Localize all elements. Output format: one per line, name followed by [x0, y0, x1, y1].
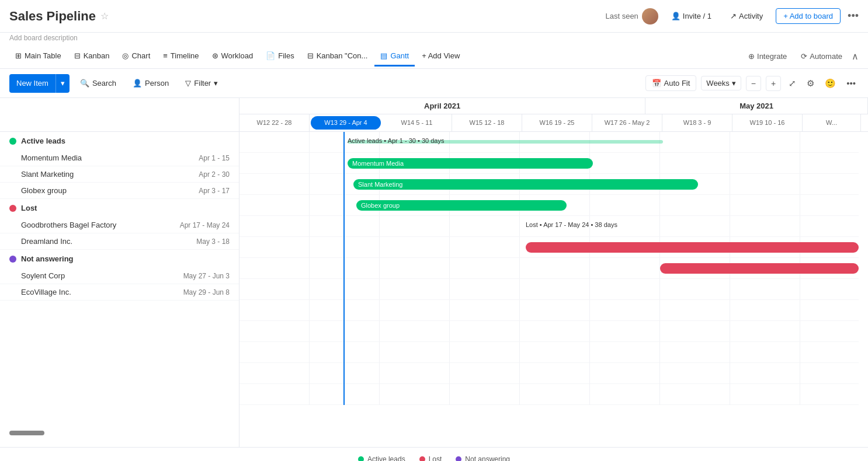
timeline-icon: ≡: [163, 51, 168, 60]
goodbrothers-bar[interactable]: [526, 242, 859, 253]
calendar-icon: 📅: [652, 79, 661, 88]
activity-icon: ↗: [730, 12, 737, 20]
integrate-icon: ⊕: [748, 52, 755, 61]
settings-button[interactable]: ⚙: [804, 75, 817, 92]
tab-main-table[interactable]: ⊞ Main Table: [9, 47, 67, 67]
tab-add-view[interactable]: + Add View: [416, 47, 466, 67]
weeks-chevron: ▾: [732, 79, 736, 88]
april-month: April 2021: [239, 98, 645, 114]
week-15: W15 12 - 18: [452, 114, 522, 131]
gantt-right-panel[interactable]: April 2021 May 2021 W12 22 - 28 W13 29 -…: [239, 98, 868, 447]
add-to-board-button[interactable]: + Add to board: [776, 8, 841, 24]
week-17: W17 26 - May 2: [592, 114, 662, 131]
group-active-leads: Active leads: [0, 132, 239, 150]
person-button[interactable]: 👤 Person: [127, 76, 175, 90]
week-19: W19 10 - 16: [732, 114, 803, 131]
board-subtitle: Add board description: [0, 33, 868, 44]
expand-button[interactable]: ⤢: [786, 75, 799, 92]
collapse-nav-button[interactable]: ∧: [852, 51, 859, 62]
kanban-con-icon: ⊟: [307, 51, 314, 60]
new-item-label[interactable]: New Item: [9, 74, 55, 93]
activity-button[interactable]: ↗ Activity: [724, 8, 769, 24]
gantt-container: Active leads Momentum Media Apr 1 - 15 S…: [0, 98, 868, 447]
zoom-out-button[interactable]: −: [746, 76, 761, 91]
files-icon: 📄: [266, 51, 275, 60]
more-options-button[interactable]: •••: [848, 10, 859, 22]
integrate-button[interactable]: ⊕ Integrate: [744, 50, 791, 63]
list-item[interactable]: Dreamland Inc. May 3 - 18: [0, 233, 239, 250]
week-20: W...: [803, 114, 861, 131]
dreamland-bar[interactable]: [660, 263, 859, 274]
toolbar-right: 📅 Auto Fit Weeks ▾ − + ⤢ ⚙ 🙂 •••: [645, 75, 859, 92]
gantt-body: Active leads • Apr 1 - 30 • 30 days Mome…: [239, 132, 859, 405]
workload-icon: ⊛: [212, 51, 218, 60]
new-item-dropdown-arrow[interactable]: ▾: [55, 74, 70, 93]
group-not-answering: Not answering: [0, 250, 239, 268]
list-item[interactable]: Globex group Apr 3 - 17: [0, 183, 239, 199]
list-item[interactable]: Slant Marketing Apr 2 - 30: [0, 166, 239, 183]
legend-lost-dot: [419, 456, 425, 461]
momentum-bar[interactable]: Momentum Media: [348, 158, 593, 169]
may-month: May 2021: [645, 98, 868, 114]
gantt-left-panel: Active leads Momentum Media Apr 1 - 15 S…: [0, 98, 239, 447]
tab-chart[interactable]: ◎ Chart: [116, 47, 156, 67]
tab-files[interactable]: 📄 Files: [260, 47, 300, 67]
today-line: [343, 132, 345, 405]
filter-button[interactable]: ▽ Filter ▾: [179, 76, 224, 90]
tab-workload[interactable]: ⊛ Workload: [206, 47, 259, 67]
gantt-row-goodbrothers: [239, 237, 859, 258]
tab-kanban[interactable]: ⊟ Kanban: [68, 47, 116, 67]
nav-tabs: ⊞ Main Table ⊟ Kanban ◎ Chart ≡ Timeline…: [0, 44, 868, 69]
tab-timeline[interactable]: ≡ Timeline: [157, 47, 204, 67]
last-seen-label: Last seen: [605, 8, 658, 25]
legend-not-answering: Not answering: [456, 455, 510, 461]
person-icon: 👤: [671, 12, 680, 20]
filter-icon: ▽: [185, 79, 191, 88]
header-right: Last seen 👤 Invite / 1 ↗ Activity + Add …: [605, 8, 859, 25]
automate-button[interactable]: ⟳ Automate: [796, 50, 847, 63]
more-toolbar-button[interactable]: •••: [843, 75, 859, 91]
weeks-selector[interactable]: Weeks ▾: [701, 76, 741, 90]
kanban-icon: ⊟: [74, 51, 81, 60]
star-icon[interactable]: ☆: [100, 11, 109, 22]
slant-bar-label: Slant Marketing: [358, 181, 402, 188]
search-icon: 🔍: [80, 79, 89, 88]
toolbar: New Item ▾ 🔍 Search 👤 Person ▽ Filter ▾ …: [0, 69, 868, 98]
search-button[interactable]: 🔍 Search: [74, 76, 122, 90]
legend-active-leads-dot: [358, 456, 364, 461]
app-header: Sales Pipeline ☆ Last seen 👤 Invite / 1 …: [0, 0, 868, 33]
invite-button[interactable]: 👤 Invite / 1: [665, 8, 717, 24]
gantt-empty-row: [239, 384, 859, 405]
list-item[interactable]: EcoVillage Inc. May 29 - Jun 8: [0, 284, 239, 301]
not-answering-dot: [9, 256, 16, 263]
gantt-group-row-not-answering: [239, 279, 859, 300]
gantt-empty-row: [239, 342, 859, 363]
list-item[interactable]: Soylent Corp May 27 - Jun 3: [0, 268, 239, 284]
tab-kanban-con[interactable]: ⊟ Kanban "Con...: [301, 47, 374, 67]
gantt-empty-row: [239, 363, 859, 384]
gantt-icon: ▤: [380, 51, 387, 60]
legend-active-leads: Active leads: [358, 455, 405, 461]
gantt-row-slant: Slant Marketing: [239, 174, 859, 195]
globex-bar[interactable]: Globex group: [356, 200, 567, 211]
momentum-bar-label: Momentum Media: [352, 160, 404, 167]
week-12: W12 22 - 28: [239, 114, 310, 131]
auto-fit-button[interactable]: 📅 Auto Fit: [645, 75, 697, 91]
legend-lost: Lost: [419, 455, 442, 461]
avatar: [642, 8, 658, 25]
legend-not-answering-dot: [456, 456, 461, 461]
gantt-row-ecovillage: [239, 321, 859, 342]
legend: Active leads Lost Not answering: [0, 447, 868, 461]
zoom-in-button[interactable]: +: [766, 76, 781, 91]
tab-gantt[interactable]: ▤ Gantt: [374, 47, 415, 67]
scroll-indicator: [9, 431, 44, 435]
nav-right: ⊕ Integrate ⟳ Automate ∧: [744, 50, 859, 63]
new-item-button[interactable]: New Item ▾: [9, 74, 70, 93]
gantt-row-soylent: [239, 300, 859, 321]
list-item[interactable]: Momentum Media Apr 1 - 15: [0, 150, 239, 166]
lost-bar-label: Lost • Apr 17 - May 24 • 38 days: [526, 221, 617, 228]
emoji-button[interactable]: 🙂: [822, 75, 839, 92]
slant-bar[interactable]: Slant Marketing: [353, 179, 698, 190]
person-filter-icon: 👤: [133, 79, 142, 88]
list-item[interactable]: Goodbrothers Bagel Factory Apr 17 - May …: [0, 217, 239, 233]
